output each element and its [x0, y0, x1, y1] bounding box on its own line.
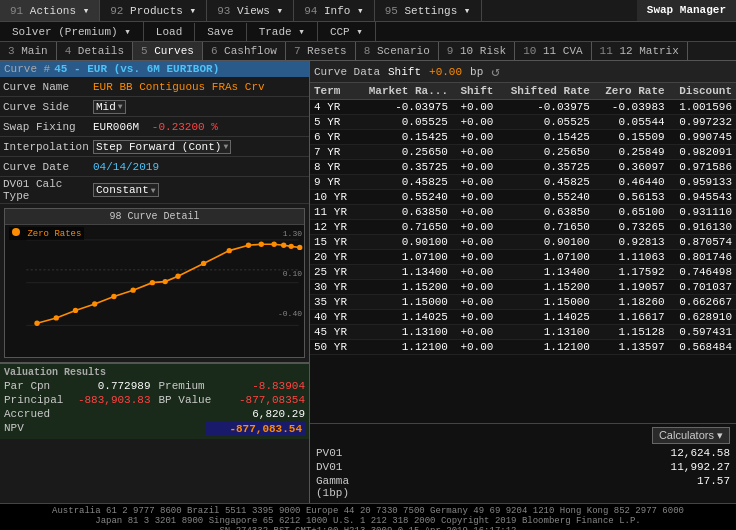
- dv01-select[interactable]: Constant ▼: [93, 183, 159, 197]
- cell-market: 1.14025: [355, 310, 452, 325]
- tab-cashflow[interactable]: 6 Cashflow: [203, 42, 286, 60]
- table-row[interactable]: 7 YR 0.25650 +0.00 0.25650 0.25849 0.982…: [310, 145, 736, 160]
- curve-date-value[interactable]: 04/14/2019: [93, 161, 306, 173]
- tab-matrix[interactable]: 11 12 Matrix: [592, 42, 688, 60]
- curve-side-value: Mid ▼: [93, 100, 306, 114]
- tab-resets[interactable]: 7 Resets: [286, 42, 356, 60]
- cell-shifted: 0.05525: [497, 115, 594, 130]
- cell-zero: 1.18260: [594, 295, 669, 310]
- cell-zero: 0.46440: [594, 175, 669, 190]
- curve-header: Curve # 45 - EUR (vs. 6M EURIBOR): [0, 61, 309, 77]
- nav-actions[interactable]: 91 Actions ▾: [0, 0, 100, 21]
- cell-zero: 0.73265: [594, 220, 669, 235]
- curve-side-label: Curve Side: [3, 101, 93, 113]
- interpolation-select[interactable]: Step Forward (Cont) ▼: [93, 140, 231, 154]
- table-row[interactable]: 5 YR 0.05525 +0.00 0.05525 0.05544 0.997…: [310, 115, 736, 130]
- cell-shift: +0.00: [452, 340, 497, 355]
- curve-side-row: Curve Side Mid ▼: [0, 97, 309, 117]
- table-row[interactable]: 35 YR 1.15000 +0.00 1.15000 1.18260 0.66…: [310, 295, 736, 310]
- tab-cva[interactable]: 10 11 CVA: [515, 42, 591, 60]
- table-row[interactable]: 10 YR 0.55240 +0.00 0.55240 0.56153 0.94…: [310, 190, 736, 205]
- tab-scenario[interactable]: 8 Scenario: [356, 42, 439, 60]
- y-max: 1.30: [283, 229, 302, 238]
- solver-btn[interactable]: Solver (Premium) ▾: [0, 22, 144, 41]
- table-row[interactable]: 30 YR 1.15200 +0.00 1.15200 1.19057 0.70…: [310, 280, 736, 295]
- cell-shifted: 0.45825: [497, 175, 594, 190]
- cell-term: 11 YR: [310, 205, 355, 220]
- cell-market: 1.13400: [355, 265, 452, 280]
- table-row[interactable]: 4 YR -0.03975 +0.00 -0.03975 -0.03983 1.…: [310, 100, 736, 115]
- trade-btn[interactable]: Trade ▾: [247, 22, 318, 41]
- val-premium-value: -8.83904: [219, 380, 305, 392]
- table-row[interactable]: 11 YR 0.63850 +0.00 0.63850 0.65100 0.93…: [310, 205, 736, 220]
- shift-value[interactable]: +0.00: [429, 66, 462, 78]
- cell-discount: 0.628910: [669, 310, 736, 325]
- svg-point-17: [271, 242, 276, 247]
- table-row[interactable]: 50 YR 1.12100 +0.00 1.12100 1.13597 0.56…: [310, 340, 736, 355]
- pv01-value: 12,624.58: [671, 447, 730, 459]
- save-btn[interactable]: Save: [195, 23, 246, 41]
- nav-actions-num: 91: [10, 5, 23, 17]
- ccp-btn[interactable]: CCP ▾: [318, 22, 376, 41]
- left-panel: Curve # 45 - EUR (vs. 6M EURIBOR) Curve …: [0, 61, 310, 503]
- table-row[interactable]: 40 YR 1.14025 +0.00 1.14025 1.16617 0.62…: [310, 310, 736, 325]
- gamma-row: Gamma (1bp) 17.57: [316, 474, 730, 500]
- cell-shift: +0.00: [452, 115, 497, 130]
- cell-shift: +0.00: [452, 235, 497, 250]
- curve-name-value: EUR BB Contiguous FRAs Crv: [93, 81, 306, 93]
- cell-zero: 0.56153: [594, 190, 669, 205]
- dv01-calc-row: DV01 11,992.27: [316, 460, 730, 474]
- tab-curves[interactable]: 5 Curves: [133, 42, 203, 60]
- data-table[interactable]: Term Market Ra... Shift Shifted Rate Zer…: [310, 83, 736, 423]
- table-row[interactable]: 9 YR 0.45825 +0.00 0.45825 0.46440 0.959…: [310, 175, 736, 190]
- cell-term: 30 YR: [310, 280, 355, 295]
- curve-side-arrow: ▼: [118, 102, 123, 111]
- nav-views[interactable]: 93 Views ▾: [207, 0, 294, 21]
- cell-shifted: 1.12100: [497, 340, 594, 355]
- cell-market: 1.13100: [355, 325, 452, 340]
- nav-settings[interactable]: 95 Settings ▾: [375, 0, 482, 21]
- dv01-label: DV01 Calc Type: [3, 178, 93, 202]
- cell-market: 1.15000: [355, 295, 452, 310]
- tab-risk[interactable]: 9 10 Risk: [439, 42, 515, 60]
- svg-point-18: [281, 243, 286, 248]
- svg-point-15: [246, 243, 251, 248]
- table-row[interactable]: 8 YR 0.35725 +0.00 0.35725 0.36097 0.971…: [310, 160, 736, 175]
- cell-shifted: -0.03975: [497, 100, 594, 115]
- cell-zero: 1.15128: [594, 325, 669, 340]
- calculators-btn[interactable]: Calculators ▾: [652, 427, 730, 444]
- tab-main[interactable]: 3 Main: [0, 42, 57, 60]
- svg-point-10: [150, 280, 155, 285]
- cell-discount: 0.801746: [669, 250, 736, 265]
- reset-btn[interactable]: ↺: [491, 63, 499, 80]
- gamma-label: Gamma (1bp): [316, 475, 386, 499]
- cell-term: 10 YR: [310, 190, 355, 205]
- chart-title: 98 Curve Detail: [5, 209, 304, 225]
- curve-name-row: Curve Name EUR BB Contiguous FRAs Crv: [0, 77, 309, 97]
- app-title: Swap Manager: [637, 0, 736, 21]
- cell-market: 0.35725: [355, 160, 452, 175]
- nav-products[interactable]: 92 Products ▾: [100, 0, 207, 21]
- tab-bar: 3 Main 4 Details 5 Curves 6 Cashflow 7 R…: [0, 42, 736, 61]
- val-row-principal: Principal -883,903.83 BP Value -877,0835…: [4, 393, 305, 407]
- table-row[interactable]: 25 YR 1.13400 +0.00 1.13400 1.17592 0.74…: [310, 265, 736, 280]
- table-row[interactable]: 45 YR 1.13100 +0.00 1.13100 1.15128 0.59…: [310, 325, 736, 340]
- load-btn[interactable]: Load: [144, 23, 195, 41]
- cell-shift: +0.00: [452, 130, 497, 145]
- cell-zero: 0.36097: [594, 160, 669, 175]
- curve-date-row: Curve Date 04/14/2019: [0, 157, 309, 177]
- cell-term: 7 YR: [310, 145, 355, 160]
- cell-market: 0.25650: [355, 145, 452, 160]
- table-row[interactable]: 12 YR 0.71650 +0.00 0.71650 0.73265 0.91…: [310, 220, 736, 235]
- cell-zero: 1.17592: [594, 265, 669, 280]
- dv01-row: DV01 Calc Type Constant ▼: [0, 177, 309, 204]
- curve-side-select[interactable]: Mid ▼: [93, 100, 126, 114]
- table-row[interactable]: 20 YR 1.07100 +0.00 1.07100 1.11063 0.80…: [310, 250, 736, 265]
- chart-svg: [5, 225, 304, 351]
- tab-details[interactable]: 4 Details: [57, 42, 133, 60]
- table-row[interactable]: 6 YR 0.15425 +0.00 0.15425 0.15509 0.990…: [310, 130, 736, 145]
- cell-shift: +0.00: [452, 310, 497, 325]
- val-premium-label: Premium: [159, 380, 219, 392]
- table-row[interactable]: 15 YR 0.90100 +0.00 0.90100 0.92813 0.87…: [310, 235, 736, 250]
- nav-info[interactable]: 94 Info ▾: [294, 0, 374, 21]
